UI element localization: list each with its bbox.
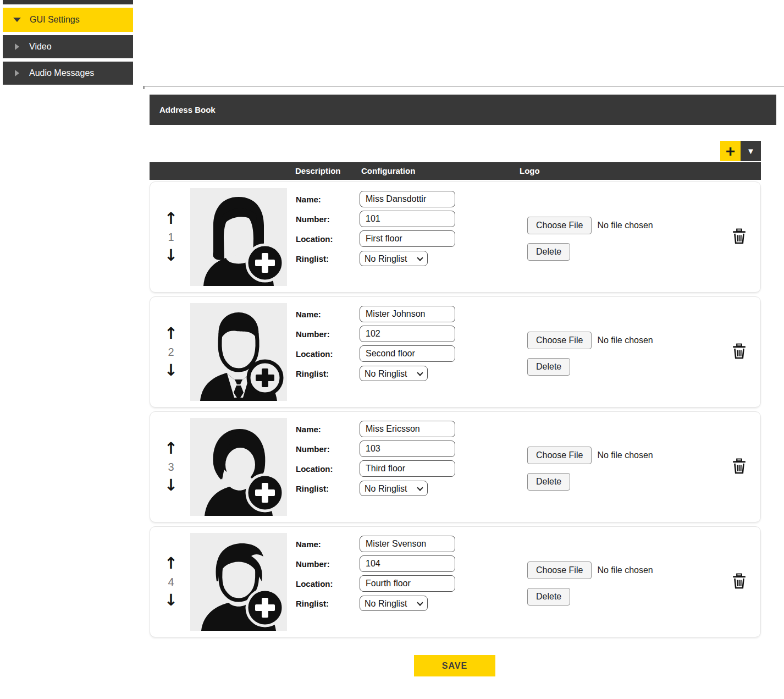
no-file-chosen-text: No file chosen — [597, 335, 653, 345]
number-label: Number: — [296, 559, 360, 569]
entry-order-number: 3 — [168, 461, 174, 472]
choose-file-button[interactable]: Choose File — [527, 332, 592, 349]
trash-icon — [732, 574, 746, 589]
address-book-entry: ↑ 1 ↓ Name: Number: Location: Ringlist: … — [150, 181, 761, 293]
ringlist-label: Ringlist: — [296, 599, 360, 608]
entry-fields: Name: Number: Location: Ringlist: No Rin… — [296, 419, 455, 498]
address-book-rows: ↑ 1 ↓ Name: Number: Location: Ringlist: … — [150, 181, 761, 641]
sidebar-item-label: Audio Messages — [29, 68, 94, 78]
move-up-button[interactable]: ↑ — [164, 555, 178, 571]
entry-order-number: 2 — [168, 346, 174, 357]
number-label: Number: — [296, 214, 360, 224]
entry-fields: Name: Number: Location: Ringlist: No Rin… — [296, 534, 455, 613]
name-input[interactable] — [360, 421, 455, 437]
ringlist-label: Ringlist: — [296, 484, 360, 493]
table-header: Description Configuration Logo — [150, 162, 761, 180]
sidebar-item-label: GUI Settings — [30, 15, 80, 25]
sidebar-item-gui-settings[interactable]: GUI Settings — [3, 8, 133, 32]
sidebar-item-label: Video — [29, 42, 52, 52]
ringlist-select[interactable]: No Ringlist — [360, 596, 428, 611]
location-label: Location: — [296, 349, 360, 359]
entry-order-number: 4 — [168, 576, 174, 587]
move-down-button[interactable]: ↓ — [164, 247, 178, 263]
move-down-button[interactable]: ↓ — [164, 592, 178, 608]
sidebar: GUI Settings Video Audio Messages — [3, 0, 133, 85]
triangle-down-icon — [13, 18, 21, 22]
logo-controls: Choose File No file chosen Delete — [527, 217, 653, 261]
move-up-button[interactable]: ↑ — [164, 441, 178, 456]
address-book-entry: ↑ 4 ↓ Name: Number: Location: Ringlist: … — [150, 526, 761, 637]
avatar-male-suit-tie-icon — [190, 303, 287, 401]
delete-entry-button[interactable] — [732, 344, 746, 361]
number-label: Number: — [296, 329, 360, 339]
reorder-controls: ↑ 1 ↓ — [156, 182, 186, 292]
move-up-button[interactable]: ↑ — [164, 326, 178, 342]
ringlist-select[interactable]: No Ringlist — [360, 481, 428, 496]
location-input[interactable] — [360, 460, 455, 477]
name-input[interactable] — [360, 536, 455, 552]
address-book-entry: ↑ 3 ↓ Name: Number: Location: Ringlist: … — [150, 411, 761, 522]
location-input[interactable] — [360, 575, 455, 592]
save-button[interactable]: SAVE — [414, 655, 495, 676]
ringlist-label: Ringlist: — [296, 254, 360, 263]
logo-controls: Choose File No file chosen Delete — [527, 562, 653, 606]
contact-avatar — [190, 303, 287, 401]
add-entry-button[interactable]: + — [720, 141, 741, 161]
expand-all-button[interactable]: ▼ — [741, 141, 761, 161]
reorder-controls: ↑ 2 ↓ — [156, 297, 186, 407]
number-label: Number: — [296, 444, 360, 454]
move-up-button[interactable]: ↑ — [164, 211, 178, 227]
move-down-button[interactable]: ↓ — [164, 362, 178, 378]
contact-avatar — [190, 188, 287, 286]
logo-controls: Choose File No file chosen Delete — [527, 447, 653, 491]
entry-order-number: 1 — [168, 232, 174, 243]
ringlist-select[interactable]: No Ringlist — [360, 251, 428, 266]
column-header-description: Description — [295, 166, 341, 175]
name-input[interactable] — [360, 191, 455, 207]
name-input[interactable] — [360, 306, 455, 322]
delete-logo-button[interactable]: Delete — [527, 473, 570, 491]
choose-file-button[interactable]: Choose File — [527, 217, 592, 234]
entry-fields: Name: Number: Location: Ringlist: No Rin… — [296, 189, 455, 268]
location-input[interactable] — [360, 230, 455, 247]
page-title: Address Book — [159, 105, 216, 114]
move-down-button[interactable]: ↓ — [164, 477, 178, 493]
no-file-chosen-text: No file chosen — [597, 221, 653, 230]
delete-logo-button[interactable]: Delete — [527, 588, 570, 606]
chevron-down-icon: ▼ — [747, 146, 755, 156]
choose-file-button[interactable]: Choose File — [527, 562, 592, 579]
logo-controls: Choose File No file chosen Delete — [527, 332, 653, 376]
delete-logo-button[interactable]: Delete — [527, 358, 570, 376]
sidebar-item-partial[interactable] — [3, 0, 133, 4]
avatar-male-short-hair-icon — [190, 533, 287, 631]
location-input[interactable] — [360, 345, 455, 362]
column-header-configuration: Configuration — [361, 166, 415, 175]
entry-fields: Name: Number: Location: Ringlist: No Rin… — [296, 304, 455, 383]
triangle-right-icon — [15, 43, 19, 50]
no-file-chosen-text: No file chosen — [597, 450, 653, 460]
number-input[interactable] — [360, 211, 455, 227]
address-book-toolbar: + ▼ — [720, 141, 761, 161]
delete-entry-button[interactable] — [732, 574, 746, 591]
address-book-entry: ↑ 2 ↓ Name: Number: Location: Ringlist: … — [150, 296, 761, 408]
delete-entry-button[interactable] — [732, 229, 746, 246]
sidebar-item-video[interactable]: Video — [3, 35, 133, 58]
contact-avatar — [190, 418, 287, 516]
number-input[interactable] — [360, 555, 455, 572]
trash-icon — [732, 229, 746, 244]
panel-title-bar: Address Book — [150, 95, 776, 125]
number-input[interactable] — [360, 441, 455, 457]
sidebar-item-audio-messages[interactable]: Audio Messages — [3, 62, 133, 85]
delete-entry-button[interactable] — [732, 459, 746, 476]
column-header-logo: Logo — [520, 166, 540, 175]
avatar-female-bob-icon — [190, 418, 287, 516]
number-input[interactable] — [360, 326, 455, 342]
ringlist-select[interactable]: No Ringlist — [360, 366, 428, 381]
trash-icon — [732, 344, 746, 359]
content-top-divider — [143, 86, 784, 87]
location-label: Location: — [296, 234, 360, 244]
name-label: Name: — [296, 195, 360, 204]
reorder-controls: ↑ 4 ↓ — [156, 527, 186, 637]
delete-logo-button[interactable]: Delete — [527, 243, 570, 261]
choose-file-button[interactable]: Choose File — [527, 447, 592, 464]
